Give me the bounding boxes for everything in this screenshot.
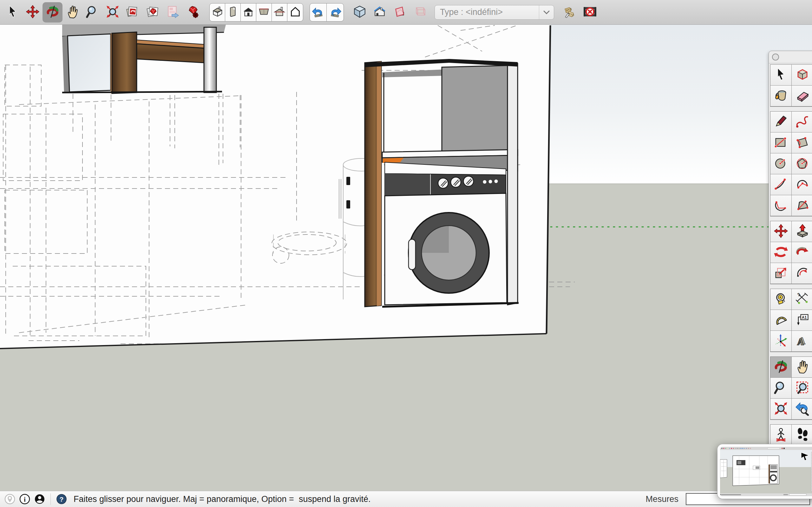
toolbar-group-display [350,0,429,25]
move-button[interactable] [22,2,43,22]
arc-icon [773,176,789,193]
palette-section-modify [770,221,812,284]
zoom-window-tool-button[interactable] [792,378,812,399]
tape-measure-tool-button[interactable] [770,289,792,310]
paint-bucket-tool-button[interactable] [770,86,792,107]
palette-section-draw [770,111,812,216]
section-display-icon [372,4,387,20]
polygon-tool-button[interactable] [792,153,812,174]
shaded-mode-button[interactable] [350,2,369,22]
help-icon[interactable]: ? [56,494,67,504]
scale-tool-button[interactable] [770,263,792,284]
undo-button[interactable] [310,3,327,21]
tape-icon [773,291,789,307]
rotated-rect-icon [795,135,810,151]
walk-tool-button[interactable] [792,425,812,446]
view-rear-button[interactable] [272,3,287,21]
info-icon[interactable]: i [19,494,30,504]
rotated-rectangle-tool-button[interactable] [792,132,812,153]
redo-button[interactable] [327,3,344,21]
zoom-tool-button[interactable] [770,378,792,399]
measurements-label: Mesures [646,494,678,504]
two-point-arc-tool-button[interactable] [792,174,812,195]
zoom-extents-tool-button[interactable] [770,399,792,419]
orbit-button[interactable] [43,2,62,22]
circle-tool-button[interactable] [770,153,792,174]
section-plane-button[interactable] [390,2,409,22]
push-pull-tool-button[interactable] [792,221,812,242]
zoom-extents-button[interactable] [102,2,122,22]
ruby-extensions-button[interactable] [183,2,202,22]
type-filter-dropdown[interactable]: Type : <indéfini> [435,5,554,20]
make-component-tool-button[interactable] [792,65,812,86]
position-camera-tool-button[interactable] [770,425,792,446]
rectangle-tool-button[interactable] [770,132,792,153]
freehand-tool-button[interactable] [792,112,812,132]
document-export-button[interactable] [162,2,183,22]
credits-icon[interactable] [34,494,45,504]
dimensions-tool-button[interactable]: 3 [792,289,812,310]
pan-button[interactable] [62,2,83,22]
paint-icon [773,88,789,104]
view-iso-button[interactable] [210,3,225,21]
zoom-button[interactable] [83,2,102,22]
select-button[interactable] [3,2,22,22]
svg-text:?: ? [60,496,64,503]
zoom-icon [85,4,100,20]
follow-me-tool-button[interactable] [792,242,812,263]
orbit-tool-button[interactable] [770,357,792,378]
rotate-tool-button[interactable] [770,242,792,263]
previous-view-icon [795,401,810,417]
view-front-button[interactable] [241,3,256,21]
xyz-labels-button[interactable]: XYZXYZ [560,2,580,22]
rectangle-icon [773,135,789,151]
xray-mode-button[interactable] [409,2,429,22]
large-tool-set-palette: 3A1AA [768,51,812,449]
view-back-button[interactable] [225,3,241,21]
svg-text:A: A [797,337,804,347]
pan-tool-button[interactable] [792,357,812,378]
drawing-canvas[interactable] [0,0,812,507]
text-tool-button[interactable]: A1 [792,310,812,331]
main-toolbar: Type : <indéfini> XYZXYZ [0,0,812,25]
zoom-icon [773,380,789,396]
pie-tool-button[interactable] [792,195,812,216]
arc-tool-button[interactable] [770,174,792,195]
pencil-icon [773,114,789,130]
protractor-tool-button[interactable] [770,310,792,331]
section-display-button[interactable] [369,2,390,22]
offset-tool-button[interactable] [792,263,812,284]
arc-2pt-icon [795,176,810,193]
chevron-down-icon[interactable] [539,5,554,19]
three-point-arc-tool-button[interactable] [770,195,792,216]
line-tool-button[interactable] [770,112,792,132]
eraser-tool-button[interactable] [792,86,812,107]
previous-view-tool-button[interactable] [792,399,812,419]
move-tool-button[interactable] [770,221,792,242]
house-top-icon [257,5,270,19]
toolbar-group-undo-redo [310,3,344,21]
sketchup-documents-button[interactable] [122,2,142,22]
restriction-toggle-button[interactable] [580,2,600,22]
view-side-button[interactable] [287,3,303,21]
cursor-arrow-icon [773,67,789,83]
select-tool-button[interactable] [770,65,792,86]
scale-icon [773,265,789,281]
status-bar: i ? Faites glisser pour naviguer. Maj = … [0,491,812,507]
house-back-icon [226,5,240,19]
view-top-button[interactable] [256,3,272,21]
axes-tool-button[interactable] [770,331,792,352]
move-icon [26,4,40,20]
palette-section-principal [770,64,812,107]
freehand-icon [795,114,810,130]
component-icon [795,67,810,83]
palette-close-icon[interactable] [772,54,779,60]
screenshot-preview-window[interactable] [717,444,812,499]
gem-documents-button[interactable] [142,2,162,22]
type-filter-value: Type : <indéfini> [435,7,539,17]
geolocation-icon[interactable] [4,494,15,504]
orbit-icon [45,4,60,20]
3d-text-tool-button[interactable]: AA [792,331,812,352]
house-iso-icon [211,5,224,19]
pan-hand-icon [65,4,80,20]
